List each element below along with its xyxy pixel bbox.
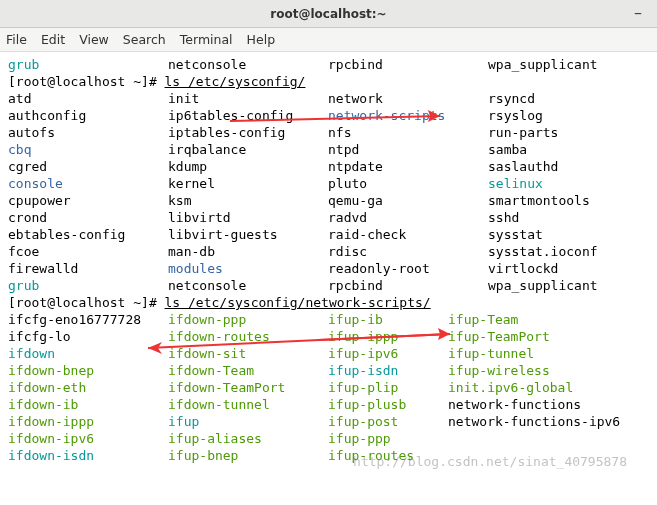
ls-entry: network-functions xyxy=(448,396,581,413)
ls-entry: wpa_supplicant xyxy=(488,56,598,73)
terminal-row: firewalldmodulesreadonly-rootvirtlockd xyxy=(8,260,649,277)
ls-entry: ifdown-isdn xyxy=(8,447,168,464)
ls-entry: ntpd xyxy=(328,141,488,158)
command: ls /etc/sysconfig/network-scripts/ xyxy=(165,295,431,310)
terminal-row: authconfigip6tables-confignetwork-script… xyxy=(8,107,649,124)
ls-entry: libvirtd xyxy=(168,209,328,226)
command: ls /etc/sysconfig/ xyxy=(165,74,306,89)
ls-entry: rpcbind xyxy=(328,56,488,73)
ls-entry: smartmontools xyxy=(488,192,590,209)
ls-entry: ifup-ib xyxy=(328,311,448,328)
ls-entry: ifup-tunnel xyxy=(448,345,534,362)
menu-edit[interactable]: Edit xyxy=(41,32,65,47)
ls-entry: libvirt-guests xyxy=(168,226,328,243)
terminal-row: ifdown-bnepifdown-Teamifup-isdnifup-wire… xyxy=(8,362,649,379)
ls-entry: iptables-config xyxy=(168,124,328,141)
ls-entry: ifdown-bnep xyxy=(8,362,168,379)
menu-view[interactable]: View xyxy=(79,32,109,47)
menu-file[interactable]: File xyxy=(6,32,27,47)
terminal-row: ifdown-ethifdown-TeamPortifup-plipinit.i… xyxy=(8,379,649,396)
ls-entry: rdisc xyxy=(328,243,488,260)
ls-entry: rpcbind xyxy=(328,277,488,294)
window-titlebar: root@localhost:~ – xyxy=(0,0,657,28)
ls-entry: raid-check xyxy=(328,226,488,243)
ls-entry: cpupower xyxy=(8,192,168,209)
ls-entry: rsyslog xyxy=(488,107,543,124)
ls-entry: run-parts xyxy=(488,124,558,141)
ls-entry: ifdown-sit xyxy=(168,345,328,362)
ls-entry: ifup-ippp xyxy=(328,328,448,345)
terminal-output[interactable]: grubnetconsolerpcbindwpa_supplicant[root… xyxy=(0,52,657,468)
terminal-row: ifcfg-loifdown-routesifup-ipppifup-TeamP… xyxy=(8,328,649,345)
prompt-line: [root@localhost ~]# ls /etc/sysconfig/ xyxy=(8,73,649,90)
ls-entry: ifup-wireless xyxy=(448,362,550,379)
ls-entry: ifdown-eth xyxy=(8,379,168,396)
ls-entry: netconsole xyxy=(168,56,328,73)
ls-entry: init.ipv6-global xyxy=(448,379,573,396)
ls-entry: ntpdate xyxy=(328,158,488,175)
ls-entry: ifcfg-lo xyxy=(8,328,168,345)
ls-entry: modules xyxy=(168,260,328,277)
minimize-button[interactable]: – xyxy=(629,4,647,22)
ls-entry: selinux xyxy=(488,175,543,192)
menu-search[interactable]: Search xyxy=(123,32,166,47)
ls-entry: ifcfg-eno16777728 xyxy=(8,311,168,328)
ls-entry: init xyxy=(168,90,328,107)
ls-entry: ifup-ipv6 xyxy=(328,345,448,362)
prompt-line: [root@localhost ~]# ls /etc/sysconfig/ne… xyxy=(8,294,649,311)
ls-entry: ifdown-ib xyxy=(8,396,168,413)
ls-entry: sysstat xyxy=(488,226,543,243)
ls-entry: cgred xyxy=(8,158,168,175)
prompt: [root@localhost ~]# xyxy=(8,295,165,310)
ls-entry: rsyncd xyxy=(488,90,535,107)
ls-entry: ifup-ppp xyxy=(328,430,448,447)
menu-terminal[interactable]: Terminal xyxy=(180,32,233,47)
terminal-row: ifcfg-eno16777728ifdown-pppifup-ibifup-T… xyxy=(8,311,649,328)
ls-entry: grub xyxy=(8,277,168,294)
ls-entry: netconsole xyxy=(168,277,328,294)
ls-entry: ifup-Team xyxy=(448,311,518,328)
ls-entry: radvd xyxy=(328,209,488,226)
ls-entry: ifup-TeamPort xyxy=(448,328,550,345)
ls-entry: saslauthd xyxy=(488,158,558,175)
ls-entry: ifup-plip xyxy=(328,379,448,396)
ls-entry: firewalld xyxy=(8,260,168,277)
ls-entry: network-scripts xyxy=(328,107,488,124)
terminal-row: autofsiptables-confignfsrun-parts xyxy=(8,124,649,141)
ls-entry: kdump xyxy=(168,158,328,175)
prompt: [root@localhost ~]# xyxy=(8,74,165,89)
menu-help[interactable]: Help xyxy=(247,32,276,47)
ls-entry: wpa_supplicant xyxy=(488,277,598,294)
menubar: File Edit View Search Terminal Help xyxy=(0,28,657,52)
ls-entry: network-functions-ipv6 xyxy=(448,413,620,430)
terminal-row: atdinitnetworkrsyncd xyxy=(8,90,649,107)
ls-entry: pluto xyxy=(328,175,488,192)
ls-entry: ifdown-ipv6 xyxy=(8,430,168,447)
ls-entry: grub xyxy=(8,56,168,73)
ls-entry: autofs xyxy=(8,124,168,141)
ls-entry: ifup-bnep xyxy=(168,447,328,464)
terminal-row: consolekernelplutoselinux xyxy=(8,175,649,192)
ls-entry: ifup-post xyxy=(328,413,448,430)
terminal-row: cgredkdumpntpdatesaslauthd xyxy=(8,158,649,175)
terminal-row: ebtables-configlibvirt-guestsraid-checks… xyxy=(8,226,649,243)
ls-entry: ip6tables-config xyxy=(168,107,328,124)
ls-entry: readonly-root xyxy=(328,260,488,277)
ls-entry: network xyxy=(328,90,488,107)
ls-entry: cbq xyxy=(8,141,168,158)
ls-entry: ksm xyxy=(168,192,328,209)
terminal-row: fcoeman-dbrdiscsysstat.ioconf xyxy=(8,243,649,260)
ls-entry: kernel xyxy=(168,175,328,192)
ls-entry: ifdown-Team xyxy=(168,362,328,379)
ls-entry: fcoe xyxy=(8,243,168,260)
ls-entry: ifup-plusb xyxy=(328,396,448,413)
ls-entry: ifdown-ippp xyxy=(8,413,168,430)
ls-entry: ifdown xyxy=(8,345,168,362)
ls-entry: atd xyxy=(8,90,168,107)
ls-entry: sshd xyxy=(488,209,519,226)
ls-entry: irqbalance xyxy=(168,141,328,158)
ls-entry: sysstat.ioconf xyxy=(488,243,598,260)
ls-entry: virtlockd xyxy=(488,260,558,277)
terminal-row: ifdown-ipv6ifup-aliasesifup-ppp xyxy=(8,430,649,447)
terminal-row: crondlibvirtdradvdsshd xyxy=(8,209,649,226)
